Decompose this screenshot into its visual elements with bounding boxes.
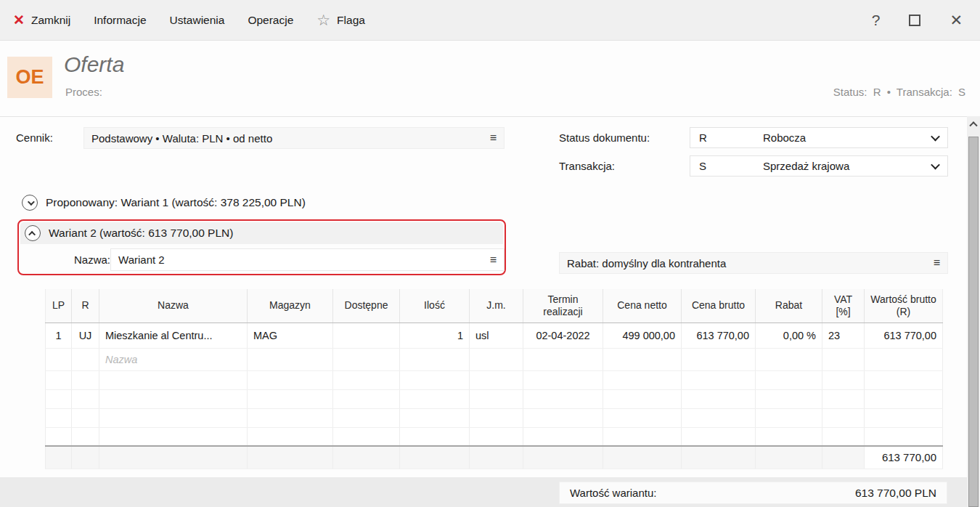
expand-variant1-icon[interactable]: [22, 195, 38, 211]
table-cell[interactable]: [248, 427, 333, 446]
table-cell[interactable]: [523, 427, 603, 446]
status-dokumentu-dropdown[interactable]: R Robocza: [690, 127, 948, 148]
table-cell[interactable]: [865, 408, 943, 427]
table-cell[interactable]: Nazwa: [99, 348, 248, 370]
table-cell[interactable]: [46, 446, 72, 469]
table-cell[interactable]: [865, 389, 943, 408]
table-cell[interactable]: [603, 348, 682, 370]
table-cell[interactable]: 499 000,00: [603, 323, 682, 348]
column-header[interactable]: Ilość: [400, 289, 470, 323]
table-cell[interactable]: [470, 370, 523, 389]
table-cell[interactable]: [400, 427, 470, 446]
rabat-menu-icon[interactable]: ≡: [934, 257, 940, 269]
table-cell[interactable]: [400, 389, 470, 408]
table-cell[interactable]: [333, 389, 400, 408]
table-cell[interactable]: 613 770,00: [682, 323, 756, 348]
table-cell[interactable]: [400, 446, 470, 469]
table-cell[interactable]: [400, 348, 470, 370]
transakcja-dropdown[interactable]: S Sprzedaż krajowa: [690, 155, 948, 177]
table-cell[interactable]: [756, 446, 822, 469]
menu-flaga[interactable]: ☆ Flaga: [317, 12, 365, 28]
table-cell[interactable]: [72, 370, 99, 389]
table-cell[interactable]: [822, 389, 865, 408]
table-cell[interactable]: [682, 427, 756, 446]
table-cell[interactable]: [603, 427, 682, 446]
table-cell[interactable]: [470, 427, 523, 446]
menu-informacje[interactable]: Informacje: [94, 14, 146, 27]
table-cell[interactable]: [99, 446, 248, 469]
table-cell[interactable]: [470, 389, 523, 408]
variant2-header[interactable]: Wariant 2 (wartość: 613 770,00 PLN): [20, 222, 503, 244]
table-cell[interactable]: [72, 348, 99, 370]
table-cell[interactable]: [333, 323, 400, 348]
column-header[interactable]: Rabat: [756, 289, 822, 323]
rabat-field[interactable]: Rabat: domyślny dla kontrahenta ≡: [559, 252, 948, 274]
table-cell[interactable]: [470, 348, 523, 370]
scrollbar-thumb[interactable]: [968, 137, 979, 507]
table-cell[interactable]: [682, 389, 756, 408]
variant2-name-field[interactable]: Wariant 2 ≡: [110, 248, 505, 271]
cennik-menu-icon[interactable]: ≡: [490, 132, 497, 144]
table-cell[interactable]: [523, 348, 603, 370]
table-cell[interactable]: [603, 370, 682, 389]
column-header[interactable]: J.m.: [470, 289, 523, 323]
table-cell[interactable]: [72, 446, 99, 469]
variant1-header[interactable]: Proponowany: Wariant 1 (wartość: 378 225…: [22, 195, 306, 211]
table-cell[interactable]: [333, 427, 400, 446]
column-header[interactable]: VAT [%]: [822, 289, 865, 323]
column-header[interactable]: Termin realizacji: [523, 289, 603, 323]
table-cell[interactable]: Mieszkanie al Centru...: [99, 323, 248, 348]
table-cell[interactable]: 613 770,00: [865, 323, 943, 348]
table-cell[interactable]: [99, 408, 248, 427]
table-cell[interactable]: [46, 370, 72, 389]
table-cell[interactable]: [822, 370, 865, 389]
table-cell[interactable]: [333, 408, 400, 427]
table-cell[interactable]: [46, 348, 72, 370]
table-cell[interactable]: [865, 427, 943, 446]
table-cell[interactable]: [46, 389, 72, 408]
table-cell[interactable]: [865, 370, 943, 389]
column-header[interactable]: Magazyn: [248, 289, 333, 323]
table-cell[interactable]: [756, 408, 822, 427]
table-cell[interactable]: usl: [470, 323, 523, 348]
table-cell[interactable]: [248, 389, 333, 408]
table-cell[interactable]: [523, 446, 603, 469]
table-cell[interactable]: [333, 446, 400, 469]
table-cell[interactable]: [72, 427, 99, 446]
table-cell[interactable]: [46, 427, 72, 446]
table-cell[interactable]: [822, 446, 865, 469]
table-cell[interactable]: [72, 389, 99, 408]
table-cell[interactable]: [248, 370, 333, 389]
scroll-up-button[interactable]: [967, 116, 980, 131]
help-icon[interactable]: ?: [872, 12, 881, 29]
table-cell[interactable]: [603, 446, 682, 469]
table-cell[interactable]: [682, 446, 756, 469]
table-cell[interactable]: 23: [822, 323, 865, 348]
table-cell[interactable]: [72, 408, 99, 427]
table-cell[interactable]: [603, 389, 682, 408]
table-cell[interactable]: [756, 348, 822, 370]
table-cell[interactable]: [248, 446, 333, 469]
table-cell[interactable]: [822, 348, 865, 370]
table-cell[interactable]: [822, 408, 865, 427]
table-cell[interactable]: [248, 348, 333, 370]
column-header[interactable]: Dostępne: [333, 289, 400, 323]
menu-ustawienia[interactable]: Ustawienia: [170, 14, 225, 27]
table-cell[interactable]: [682, 408, 756, 427]
maximize-icon[interactable]: [909, 15, 920, 26]
column-header[interactable]: Cena netto: [603, 289, 682, 323]
table-cell[interactable]: [470, 408, 523, 427]
table-cell[interactable]: [523, 408, 603, 427]
vertical-scrollbar[interactable]: [967, 116, 980, 507]
column-header[interactable]: Nazwa: [99, 289, 248, 323]
table-cell[interactable]: [333, 370, 400, 389]
table-cell[interactable]: [333, 348, 400, 370]
cennik-field[interactable]: Podstawowy • Waluta: PLN • od netto ≡: [83, 127, 505, 149]
menu-operacje[interactable]: Operacje: [248, 14, 293, 27]
table-cell[interactable]: MAG: [248, 323, 333, 348]
table-cell[interactable]: [756, 427, 822, 446]
table-cell[interactable]: [603, 408, 682, 427]
table-cell[interactable]: 02-04-2022: [523, 323, 603, 348]
table-cell[interactable]: [865, 348, 943, 370]
table-cell[interactable]: [756, 389, 822, 408]
